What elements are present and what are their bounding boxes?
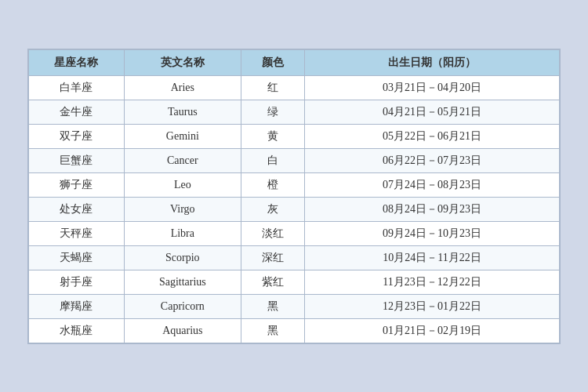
header-color: 颜色: [241, 49, 304, 75]
cell-english: Virgo: [124, 197, 241, 221]
header-english: 英文名称: [124, 49, 241, 75]
header-date: 出生日期（阳历）: [305, 49, 560, 75]
cell-color: 黑: [241, 294, 304, 318]
cell-color: 灰: [241, 197, 304, 221]
cell-date: 04月21日－05月21日: [305, 100, 560, 124]
cell-chinese: 射手座: [29, 270, 125, 294]
cell-date: 05月22日－06月21日: [305, 124, 560, 148]
cell-color: 橙: [241, 172, 304, 197]
cell-chinese: 水瓶座: [29, 318, 125, 343]
table-row: 双子座Gemini黄05月22日－06月21日: [29, 124, 560, 148]
cell-date: 07月24日－08月23日: [305, 172, 560, 197]
cell-english: Sagittarius: [124, 270, 241, 294]
cell-chinese: 摩羯座: [29, 294, 125, 318]
cell-chinese: 巨蟹座: [29, 148, 125, 172]
cell-english: Capricorn: [124, 294, 241, 318]
table-body: 白羊座Aries红03月21日－04月20日金牛座Taurus绿04月21日－0…: [29, 75, 560, 343]
table-row: 处女座Virgo灰08月24日－09月23日: [29, 197, 560, 221]
cell-color: 红: [241, 75, 304, 100]
table-row: 摩羯座Capricorn黑12月23日－01月22日: [29, 294, 560, 318]
cell-color: 绿: [241, 100, 304, 124]
table-row: 天秤座Libra淡红09月24日－10月23日: [29, 221, 560, 245]
cell-color: 黄: [241, 124, 304, 148]
cell-chinese: 狮子座: [29, 172, 125, 197]
cell-date: 12月23日－01月22日: [305, 294, 560, 318]
cell-english: Taurus: [124, 100, 241, 124]
cell-english: Leo: [124, 172, 241, 197]
cell-chinese: 处女座: [29, 197, 125, 221]
cell-chinese: 金牛座: [29, 100, 125, 124]
cell-english: Scorpio: [124, 245, 241, 270]
cell-english: Libra: [124, 221, 241, 245]
cell-chinese: 天蝎座: [29, 245, 125, 270]
cell-date: 11月23日－12月22日: [305, 270, 560, 294]
table-row: 天蝎座Scorpio深红10月24日－11月22日: [29, 245, 560, 270]
cell-color: 白: [241, 148, 304, 172]
cell-english: Aquarius: [124, 318, 241, 343]
cell-color: 深红: [241, 245, 304, 270]
cell-date: 08月24日－09月23日: [305, 197, 560, 221]
cell-chinese: 双子座: [29, 124, 125, 148]
cell-date: 06月22日－07月23日: [305, 148, 560, 172]
cell-date: 09月24日－10月23日: [305, 221, 560, 245]
cell-chinese: 白羊座: [29, 75, 125, 100]
cell-color: 淡红: [241, 221, 304, 245]
cell-english: Aries: [124, 75, 241, 100]
table-row: 金牛座Taurus绿04月21日－05月21日: [29, 100, 560, 124]
table-header-row: 星座名称 英文名称 颜色 出生日期（阳历）: [29, 49, 560, 75]
cell-english: Gemini: [124, 124, 241, 148]
table-row: 射手座Sagittarius紫红11月23日－12月22日: [29, 270, 560, 294]
cell-date: 03月21日－04月20日: [305, 75, 560, 100]
cell-date: 10月24日－11月22日: [305, 245, 560, 270]
cell-english: Cancer: [124, 148, 241, 172]
cell-color: 紫红: [241, 270, 304, 294]
zodiac-table-container: 星座名称 英文名称 颜色 出生日期（阳历） 白羊座Aries红03月21日－04…: [27, 49, 561, 344]
header-chinese: 星座名称: [29, 49, 125, 75]
cell-color: 黑: [241, 318, 304, 343]
table-row: 巨蟹座Cancer白06月22日－07月23日: [29, 148, 560, 172]
zodiac-table: 星座名称 英文名称 颜色 出生日期（阳历） 白羊座Aries红03月21日－04…: [28, 49, 560, 343]
cell-chinese: 天秤座: [29, 221, 125, 245]
table-row: 白羊座Aries红03月21日－04月20日: [29, 75, 560, 100]
table-row: 狮子座Leo橙07月24日－08月23日: [29, 172, 560, 197]
cell-date: 01月21日－02月19日: [305, 318, 560, 343]
table-row: 水瓶座Aquarius黑01月21日－02月19日: [29, 318, 560, 343]
